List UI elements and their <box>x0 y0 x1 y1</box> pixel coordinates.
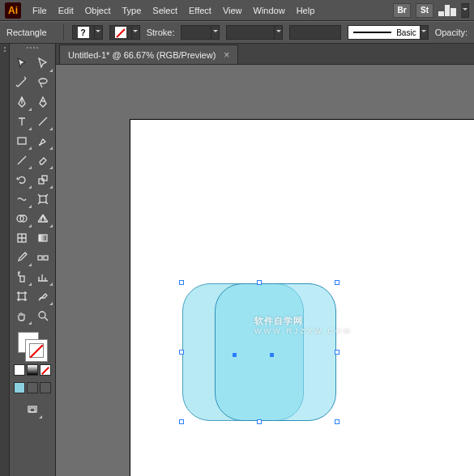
workspace-dropdown[interactable] <box>461 3 469 18</box>
rounded-rect-2[interactable] <box>215 283 336 421</box>
direct-selection-tool[interactable] <box>32 53 53 73</box>
opacity-label: Opacity: <box>435 28 468 37</box>
mesh-tool[interactable] <box>11 228 32 248</box>
draw-behind-mode[interactable] <box>27 382 38 393</box>
brush-definition-preview[interactable] <box>289 25 340 40</box>
blend-tool[interactable] <box>32 248 53 267</box>
menu-object[interactable]: Object <box>85 4 111 17</box>
pen-tool[interactable] <box>11 92 32 112</box>
close-tab-icon[interactable]: × <box>224 49 229 61</box>
line-segment-tool[interactable] <box>32 112 53 131</box>
tools-grip[interactable] <box>20 47 45 50</box>
menu-edit[interactable]: Edit <box>58 4 74 17</box>
selection-tool[interactable] <box>11 53 32 73</box>
shape-builder-tool[interactable] <box>11 209 32 228</box>
paintbrush-tool[interactable] <box>32 131 53 151</box>
artboard-tool[interactable] <box>11 287 32 306</box>
menu-type[interactable]: Type <box>122 4 142 17</box>
document-tab-strip: Untitled-1* @ 66.67% (RGB/Preview) × <box>56 44 474 65</box>
svg-rect-10 <box>44 256 48 260</box>
rotate-tool[interactable] <box>11 170 32 189</box>
draw-inside-mode[interactable] <box>40 382 51 393</box>
menu-window[interactable]: Window <box>254 4 285 17</box>
column-graph-tool[interactable] <box>32 267 53 287</box>
no-stroke-icon <box>115 27 126 38</box>
stroke-weight-input[interactable] <box>181 25 211 40</box>
slice-tool[interactable] <box>32 287 53 306</box>
stroke-weight-label: Stroke: <box>147 28 175 37</box>
menu-help[interactable]: Help <box>297 4 315 17</box>
color-mode-fill[interactable] <box>14 364 25 376</box>
workspace-switcher-icon[interactable] <box>438 5 456 16</box>
svg-rect-4 <box>40 196 46 202</box>
fill-stroke-control[interactable]: ? <box>16 330 49 363</box>
lasso-tool[interactable] <box>32 73 53 92</box>
hand-tool[interactable] <box>11 306 32 325</box>
svg-rect-12 <box>19 293 25 300</box>
panel-dock-strip[interactable] <box>0 44 10 476</box>
symbol-sprayer-tool[interactable] <box>11 267 32 287</box>
color-mode-gradient[interactable] <box>27 364 38 376</box>
stroke-swatch[interactable] <box>109 25 132 40</box>
shaper-tool[interactable] <box>11 151 32 170</box>
gradient-tool[interactable] <box>32 228 53 248</box>
brush-dropdown[interactable] <box>421 25 429 40</box>
width-tool[interactable] <box>11 189 32 209</box>
tools-panel: ? <box>10 44 56 476</box>
canvas[interactable]: 软件自学网 WWW.RJZXW.COM <box>56 65 474 476</box>
svg-rect-3 <box>42 176 47 181</box>
control-bar: Rectangle ? Stroke: Basic Opacity: <box>0 21 474 44</box>
menu-bar: Ai File Edit Object Type Select Effect V… <box>0 0 474 21</box>
color-mode-none[interactable] <box>40 364 51 376</box>
screen-mode-tool[interactable] <box>22 400 43 419</box>
selection-type-label: Rectangle <box>6 28 55 37</box>
free-transform-tool[interactable] <box>32 189 53 209</box>
selected-shapes[interactable] <box>182 283 336 437</box>
fill-dropdown[interactable] <box>95 25 103 40</box>
app-logo: Ai <box>5 2 21 19</box>
eyedropper-tool[interactable] <box>11 248 32 267</box>
anchor-point[interactable] <box>270 353 274 357</box>
brush-name: Basic <box>396 28 416 37</box>
stroke-dropdown[interactable] <box>132 25 140 40</box>
svg-rect-15 <box>30 408 35 412</box>
curvature-tool[interactable] <box>32 92 53 112</box>
bridge-badge[interactable]: Br <box>393 3 411 18</box>
type-tool[interactable] <box>11 112 32 131</box>
svg-rect-1 <box>18 138 26 144</box>
scale-tool[interactable] <box>32 170 53 189</box>
document-tab-title: Untitled-1* @ 66.67% (RGB/Preview) <box>68 50 216 60</box>
svg-point-13 <box>39 312 45 318</box>
menu-select[interactable]: Select <box>152 4 177 17</box>
stroke-weight-stepper[interactable] <box>211 25 220 40</box>
svg-point-0 <box>39 79 47 83</box>
svg-rect-9 <box>38 256 42 260</box>
watermark: 软件自学网 WWW.RJZXW.COM <box>254 308 352 335</box>
variable-width-profile[interactable] <box>226 25 275 40</box>
svg-rect-8 <box>39 235 47 241</box>
zoom-tool[interactable] <box>32 306 53 325</box>
perspective-grid-tool[interactable] <box>32 209 53 228</box>
stock-badge[interactable]: St <box>416 3 433 18</box>
document-tab[interactable]: Untitled-1* @ 66.67% (RGB/Preview) × <box>59 45 238 64</box>
menu-view[interactable]: View <box>223 4 242 17</box>
draw-normal-mode[interactable] <box>14 382 25 393</box>
variable-width-dropdown[interactable] <box>275 25 283 40</box>
fill-swatch[interactable]: ? <box>72 25 95 40</box>
svg-rect-2 <box>39 179 44 184</box>
svg-rect-11 <box>20 276 24 282</box>
menu-file[interactable]: File <box>32 4 47 17</box>
rectangle-tool[interactable] <box>11 131 32 151</box>
brush-well[interactable]: Basic <box>348 25 421 40</box>
menu-effect[interactable]: Effect <box>189 4 211 17</box>
brush-stroke-icon <box>353 32 392 33</box>
stroke-color-well[interactable] <box>26 340 47 361</box>
eraser-tool[interactable] <box>32 151 53 170</box>
fill-unknown-icon: ? <box>78 27 89 38</box>
anchor-point[interactable] <box>233 353 237 357</box>
magic-wand-tool[interactable] <box>11 73 32 92</box>
